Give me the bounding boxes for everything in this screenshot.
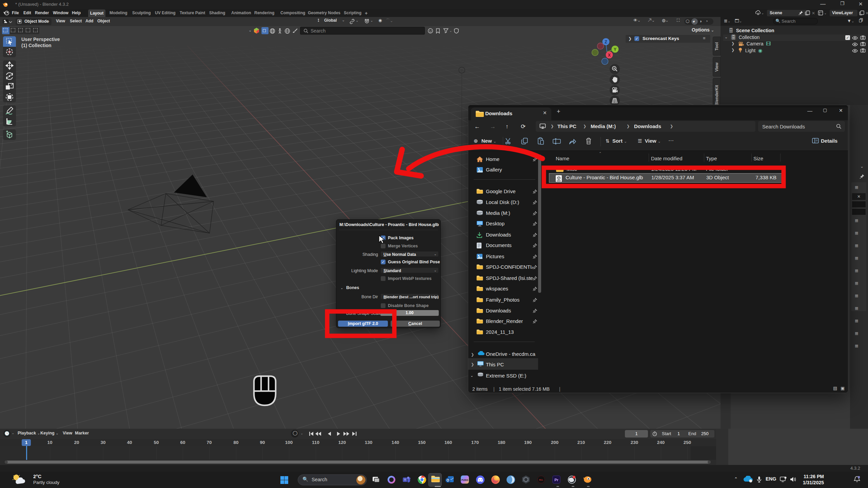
svg-text:Pr: Pr [554, 478, 558, 482]
svg-text:Z: Z [605, 40, 607, 44]
svg-text:O: O [447, 479, 449, 482]
svg-text:KILL: KILL [539, 479, 544, 481]
svg-text:PUNG: PUNG [461, 479, 469, 481]
svg-text:T: T [404, 478, 406, 482]
svg-text:X: X [608, 53, 611, 58]
svg-text:Y: Y [614, 47, 616, 52]
